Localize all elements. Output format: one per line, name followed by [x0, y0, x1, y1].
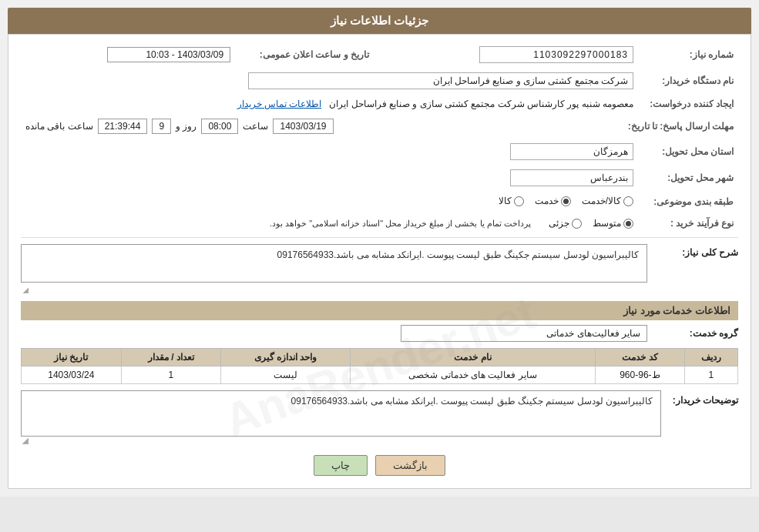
group-khedmat-row: گروه خدمت: سایر فعالیت‌های خدماتی	[21, 325, 738, 342]
th-nam-khedmat: نام خدمت	[350, 349, 595, 366]
info-table-ijad: ایجاد کننده درخواست: معصومه شنبه پور کار…	[21, 96, 738, 112]
radio-kala-khedmat-circle	[623, 196, 633, 206]
cell-tarikh: 1403/03/24	[22, 366, 122, 384]
info-table-ostan: استان محل تحویل: هرمزگان	[21, 141, 738, 162]
label-tabaqe: طبقه بندی موضوعی:	[638, 193, 738, 211]
info-table-shahr: شهر محل تحویل: بندرعباس	[21, 167, 738, 189]
label-group-khedmat: گروه خدمت:	[653, 328, 738, 339]
page-title: جزئیات اطلاعات نیاز	[8, 8, 751, 34]
label-sharh: شرح کلی نیاز:	[653, 244, 738, 258]
th-tarikh: تاریخ نیاز	[22, 349, 122, 366]
label-nam-dastgah: نام دستگاه خریدار:	[638, 70, 738, 92]
mohlat-date: 1403/03/19	[273, 119, 333, 134]
cell-radif: 1	[684, 366, 737, 384]
radio-khedmat-circle	[561, 196, 571, 206]
radio-kala-item[interactable]: کالا	[499, 196, 524, 206]
sharh-field: کالیبراسیون لودسل سیستم جکینگ طبق لیست پ…	[21, 244, 647, 283]
info-table-tabaqe: طبقه بندی موضوعی: کالا/خدمت خدمت	[21, 193, 738, 211]
radio-kala-khedmat-item[interactable]: کالا/خدمت	[582, 196, 633, 206]
label-tozihat: توضیحات خریدار:	[661, 390, 738, 406]
th-vahed: واحد اندازه گیری	[221, 349, 351, 366]
radio-khedmat-item[interactable]: خدمت	[535, 196, 571, 206]
ijad-value: معصومه شنبه پور کارشناس شرکت مجتمع کشتی …	[329, 99, 633, 109]
value-tabaqe: کالا/خدمت خدمت کالا	[21, 193, 638, 211]
shahr-field: بندرعباس	[510, 169, 633, 186]
cell-nam-khedmat: سایر فعالیت های خدماتی شخصی	[350, 366, 595, 384]
radio-kala-circle	[514, 196, 524, 206]
table-row: 1 ط-96-960 سایر فعالیت های خدماتی شخصی ل…	[22, 366, 738, 384]
label-ijad: ایجاد کننده درخواست:	[638, 96, 738, 112]
radio-mottaset-circle	[623, 219, 633, 229]
radio-kala-label: کالا	[499, 196, 512, 206]
cell-kod-khedmat: ط-96-960	[595, 366, 684, 384]
pardakht-note: پرداخت تمام یا بخشی از مبلغ خریداز محل "…	[270, 219, 531, 228]
value-ijad: معصومه شنبه پور کارشناس شرکت مجتمع کشتی …	[21, 96, 638, 112]
th-kod-khedmat: کد خدمت	[595, 349, 684, 366]
page-wrapper: جزئیات اطلاعات نیاز شماره نیاز: 11030922…	[0, 0, 759, 497]
label-nooe-farayand: نوع فرآیند خرید :	[638, 216, 738, 232]
btn-bazgasht[interactable]: بازگشت	[375, 455, 445, 476]
services-tbody: 1 ط-96-960 سایر فعالیت های خدماتی شخصی ل…	[22, 366, 738, 384]
label-ostan: استان محل تحویل:	[638, 141, 738, 162]
mohlat-rooz: 9	[152, 119, 171, 134]
tarikh-aalan-value: 1403/03/09 - 10:03	[107, 47, 230, 62]
divider-1	[21, 237, 738, 238]
info-table-shomara: شماره نیاز: 1103092297000183 تاریخ و ساع…	[21, 44, 738, 65]
btn-bar: بازگشت چاپ	[21, 455, 738, 476]
table-header-row: ردیف کد خدمت نام خدمت واحد اندازه گیری ت…	[22, 349, 738, 366]
services-table: ردیف کد خدمت نام خدمت واحد اندازه گیری ت…	[21, 348, 738, 384]
group-khedmat-field: سایر فعالیت‌های خدماتی	[401, 325, 647, 342]
section-khadamat-title: اطلاعات خدمات مورد نیاز	[21, 301, 738, 320]
radio-khedmat-label: خدمت	[535, 196, 559, 206]
radio-kala-khedmat-label: کالا/خدمت	[582, 196, 621, 206]
info-table-dastgah: نام دستگاه خریدار: شرکت مجتمع کشتی سازی …	[21, 70, 738, 92]
tozihat-wrapper: کالیبراسیون لودسل سیستم جکینگ طبق لیست پ…	[21, 390, 661, 444]
resize-handle-tozihat	[21, 437, 29, 444]
tozihat-section: توضیحات خریدار: کالیبراسیون لودسل سیستم …	[21, 390, 738, 444]
radio-jozvi-label: جزئی	[549, 218, 569, 229]
shomara-field: 1103092297000183	[479, 46, 633, 63]
mohlat-remaining-label: ساعت باقی مانده	[25, 121, 93, 132]
radio-group-farayand: متوسط جزئی	[549, 218, 633, 229]
th-radif: ردیف	[684, 349, 737, 366]
mohlat-saat: 08:00	[201, 119, 238, 134]
sharh-row: شرح کلی نیاز: کالیبراسیون لودسل سیستم جک…	[21, 244, 738, 293]
mohlat-rooz-label: روز و	[176, 121, 196, 132]
cell-tedad: 1	[121, 366, 220, 384]
services-table-wrapper: AnaRender.net ردیف کد خدمت نام خدمت واحد…	[21, 348, 738, 384]
radio-jozvi-item[interactable]: جزئی	[549, 218, 582, 229]
radio-jozvi-circle	[572, 219, 582, 229]
resize-handle-sharh	[21, 286, 29, 293]
info-table-farayand: نوع فرآیند خرید : متوسط جزئی پرداخت تمام…	[21, 216, 738, 232]
cell-vahed: لیست	[221, 366, 351, 384]
radio-mottaset-label: متوسط	[593, 218, 621, 229]
ostan-field: هرمزگان	[510, 143, 633, 160]
radio-mottaset-item[interactable]: متوسط	[593, 218, 633, 229]
main-card: شماره نیاز: 1103092297000183 تاریخ و ساع…	[8, 34, 751, 489]
value-nooe-farayand: متوسط جزئی پرداخت تمام یا بخشی از مبلغ خ…	[21, 216, 638, 232]
label-shomara: شماره نیاز:	[638, 44, 738, 65]
mohlat-remaining: 21:39:44	[98, 119, 148, 134]
value-shomara: 1103092297000183	[374, 44, 638, 65]
value-shahr: بندرعباس	[21, 167, 638, 189]
info-table-mohlat: مهلت ارسال پاسخ: تا تاریخ: 1403/03/19 سا…	[21, 116, 738, 136]
tozihat-box: کالیبراسیون لودسل سیستم جکینگ طبق لیست پ…	[21, 390, 661, 437]
mohlat-saat-label: ساعت	[243, 121, 268, 132]
ijad-link[interactable]: اطلاعات تماس خریدار	[237, 99, 322, 109]
nam-dastgah-field: شرکت مجتمع کشتی سازی و صنایع فراساحل ایر…	[248, 72, 633, 89]
value-nam-dastgah: شرکت مجتمع کشتی سازی و صنایع فراساحل ایر…	[21, 70, 638, 92]
label-mohlat: مهلت ارسال پاسخ: تا تاریخ:	[623, 116, 738, 136]
sharh-value-wrapper: کالیبراسیون لودسل سیستم جکینگ طبق لیست پ…	[21, 244, 647, 293]
radio-group-tabaqe: کالا/خدمت خدمت کالا	[499, 196, 633, 206]
value-ostan: هرمزگان	[21, 141, 638, 162]
th-tedad: تعداد / مقدار	[121, 349, 220, 366]
btn-chap[interactable]: چاپ	[314, 455, 368, 476]
value-mohlat: 1403/03/19 ساعت 08:00 روز و 9 21:39:44 س…	[21, 116, 623, 136]
label-tarikh-aalan: تاریخ و ساعت اعلان عمومی:	[260, 49, 369, 60]
radio-mottaset-dot	[626, 221, 631, 226]
label-shahr: شهر محل تحویل:	[638, 167, 738, 189]
radio-khedmat-dot	[563, 199, 569, 204]
